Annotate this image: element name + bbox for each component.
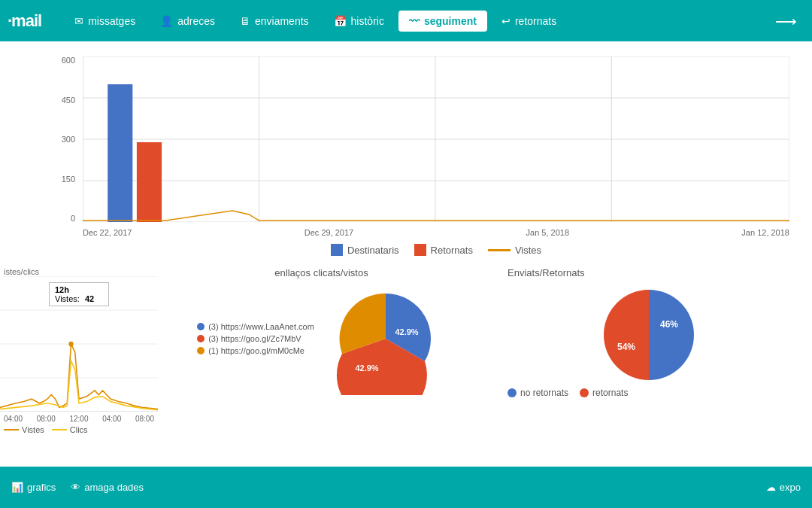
x-time-4: 08:00 bbox=[135, 415, 154, 423]
pie-right-svg: 46% 54% bbox=[585, 282, 713, 388]
nav-bar: ✉ missatges 👤 adreces 🖥 enviaments 📅 his… bbox=[64, 11, 768, 32]
time-legend-clics-line bbox=[52, 429, 67, 430]
nav-enviaments[interactable]: 🖥 enviaments bbox=[229, 11, 320, 32]
legend-dot-2 bbox=[197, 347, 205, 354]
bottom-section: istes/clics 12h Vistes: 42 bbox=[0, 263, 812, 467]
x-time-2: 12:00 bbox=[69, 415, 88, 423]
pie-right-title: Enviats/Retornats bbox=[508, 267, 585, 278]
tooltip-dot bbox=[68, 342, 73, 347]
y-label-600: 600 bbox=[62, 56, 75, 65]
tooltip-time: 12h bbox=[55, 285, 103, 294]
x-time-1: 08:00 bbox=[37, 415, 56, 423]
main-content: 600 450 300 150 0 bbox=[0, 41, 812, 467]
pie-legend-item-0: (3) https://www.LaaAnet.com bbox=[197, 322, 314, 331]
time-x-axis: 04:00 08:00 12:00 04:00 08:00 bbox=[0, 415, 158, 423]
send-icon: 🖥 bbox=[240, 15, 250, 27]
nav-adreces[interactable]: 👤 adreces bbox=[150, 11, 226, 32]
legend-line-vistes bbox=[488, 249, 511, 251]
expo-button[interactable]: ☁ expo bbox=[766, 482, 801, 493]
y-label-300: 300 bbox=[62, 135, 75, 144]
pie-label-retornats-right: 54% bbox=[617, 342, 635, 352]
pie-label-no-retornats: 46% bbox=[659, 319, 677, 330]
pie-right-legend-red: retornats bbox=[580, 388, 628, 398]
x-label-jan12: Jan 12, 2018 bbox=[741, 228, 789, 237]
mail-icon: ✉ bbox=[74, 15, 83, 27]
pie-label-blue: 42.9% bbox=[395, 327, 418, 336]
legend-box-retornats bbox=[414, 244, 426, 256]
y-label-150: 150 bbox=[62, 175, 75, 184]
pie-left-content: (3) https://www.LaaAnet.com (3) https://… bbox=[197, 282, 446, 395]
nav-missatges[interactable]: ✉ missatges bbox=[64, 11, 146, 32]
nav-seguiment[interactable]: 〰 seguiment bbox=[398, 11, 487, 32]
nav-historic[interactable]: 📅 històric bbox=[323, 11, 395, 32]
legend-dot-1 bbox=[197, 335, 205, 342]
logo: ·mail bbox=[8, 11, 41, 31]
legend-vistes: Vistes bbox=[488, 245, 541, 256]
x-label-jan5: Jan 5, 2018 bbox=[526, 228, 570, 237]
pie-left-container: enllaços clicats/vistos (3) https://www.… bbox=[158, 263, 485, 467]
y-label-450: 450 bbox=[62, 96, 75, 105]
pie-left-svg: 42.9% 42.9% bbox=[326, 282, 446, 395]
legend-box-destinataris bbox=[331, 244, 343, 256]
pie-right-legend-blue: no retornats bbox=[508, 388, 568, 398]
eye-icon: 👁 bbox=[71, 482, 80, 493]
pie-legend-item-1: (3) https://goo.gl/Zc7MbV bbox=[197, 334, 314, 343]
pie-label-orange: 42.9% bbox=[355, 364, 378, 373]
legend-destinataris: Destinataris bbox=[331, 244, 399, 256]
time-legend-vistes: Vistes bbox=[4, 425, 44, 434]
y-axis: 600 450 300 150 0 bbox=[45, 60, 79, 218]
bar-destinataris bbox=[108, 84, 132, 222]
time-legend: Vistes Clics bbox=[0, 423, 158, 437]
contacts-icon: 👤 bbox=[160, 15, 173, 27]
time-legend-clics: Clics bbox=[52, 425, 88, 434]
pie-segment-no-retornats bbox=[649, 290, 694, 380]
x-axis: Dec 22, 2017 Dec 29, 2017 Jan 5, 2018 Ja… bbox=[83, 228, 789, 237]
x-label-dec29: Dec 29, 2017 bbox=[304, 228, 353, 237]
x-time-0: 04:00 bbox=[4, 415, 23, 423]
pie-right-dot-blue bbox=[508, 388, 517, 397]
amaga-dades-button[interactable]: 👁 amaga dades bbox=[71, 482, 144, 493]
pie-right-legend: no retornats retornats bbox=[508, 388, 628, 398]
time-chart-container: istes/clics 12h Vistes: 42 bbox=[0, 263, 158, 467]
pie-left-legend: (3) https://www.LaaAnet.com (3) https://… bbox=[197, 322, 314, 355]
exit-button[interactable]: ⟶ bbox=[768, 8, 804, 34]
pie-right-dot-red bbox=[580, 388, 589, 397]
footer: 📊 grafics 👁 amaga dades ☁ expo bbox=[0, 467, 812, 508]
tooltip-box: 12h Vistes: 42 bbox=[49, 282, 109, 306]
clics-line bbox=[0, 361, 158, 410]
tooltip-content: Vistes: 42 bbox=[55, 294, 103, 303]
chart-legend: Destinataris Retornats Vistes bbox=[83, 244, 789, 256]
x-label-dec22: Dec 22, 2017 bbox=[83, 228, 132, 237]
pie-left-title: enllaços clicats/vistos bbox=[274, 267, 368, 278]
time-legend-vistes-line bbox=[4, 429, 19, 430]
return-icon: ↩ bbox=[501, 15, 511, 27]
bar-retornats bbox=[137, 142, 162, 222]
chart-line-icon: 〰 bbox=[409, 15, 420, 27]
y-label-0: 0 bbox=[71, 214, 75, 223]
top-chart-container: 600 450 300 150 0 bbox=[45, 49, 789, 260]
legend-retornats: Retornats bbox=[414, 244, 473, 256]
grafics-button[interactable]: 📊 grafics bbox=[11, 482, 56, 493]
x-time-3: 04:00 bbox=[102, 415, 121, 423]
cloud-icon: ☁ bbox=[766, 482, 776, 493]
time-chart-title: istes/clics bbox=[0, 263, 158, 276]
chart-icon: 📊 bbox=[11, 482, 23, 493]
nav-retornats[interactable]: ↩ retornats bbox=[491, 11, 567, 32]
line-vistes bbox=[83, 211, 789, 221]
footer-left: 📊 grafics 👁 amaga dades bbox=[11, 482, 144, 493]
calendar-icon: 📅 bbox=[334, 15, 347, 27]
pie-legend-item-2: (1) https://goo.gl/mM0cMe bbox=[197, 346, 314, 355]
bar-chart-svg bbox=[83, 56, 789, 222]
pie-right-container: Enviats/Retornats 46% 54% no retornats bbox=[485, 263, 812, 467]
pie-segment-retornats-right bbox=[604, 290, 649, 380]
header: ·mail ✉ missatges 👤 adreces 🖥 enviaments… bbox=[0, 0, 812, 41]
legend-dot-0 bbox=[197, 323, 205, 330]
